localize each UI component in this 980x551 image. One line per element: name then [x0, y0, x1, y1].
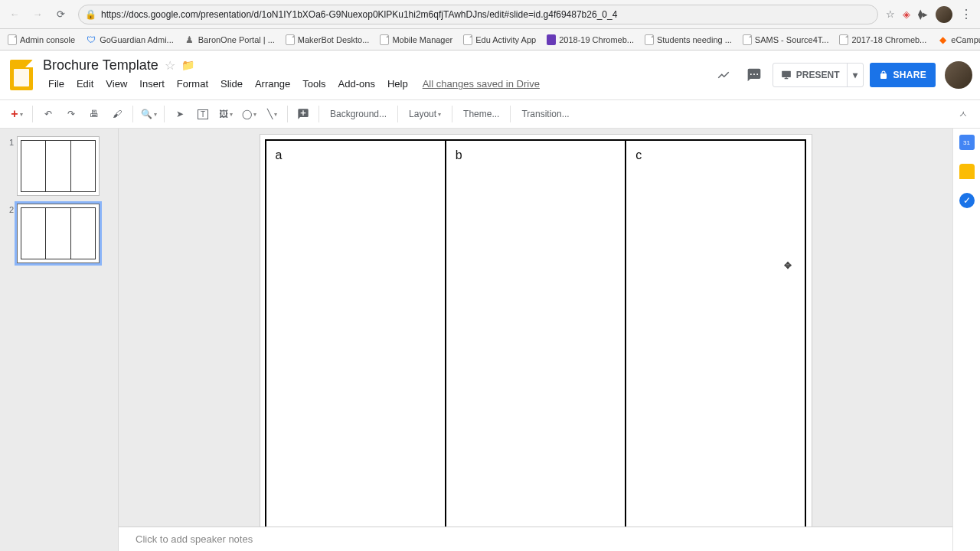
present-button[interactable]: PRESENT ▾: [773, 63, 864, 87]
page-icon: [839, 34, 848, 45]
reload-button[interactable]: ⟳: [51, 5, 70, 24]
new-slide-button[interactable]: +▾: [6, 103, 28, 125]
speaker-notes[interactable]: Click to add speaker notes: [119, 527, 952, 551]
bookmarks-bar: Admin console 🛡GoGuardian Admi... ♟Baron…: [0, 29, 980, 51]
layout-button[interactable]: Layout▾: [403, 103, 447, 125]
present-dropdown-icon[interactable]: ▾: [848, 70, 863, 80]
page-icon: [743, 34, 752, 45]
page-icon: [286, 34, 295, 45]
menu-view[interactable]: View: [100, 77, 132, 91]
thumb-number: 1: [6, 136, 14, 196]
tasks-icon[interactable]: [959, 193, 975, 208]
work-area: 1 2 a b c ✥ Click to add speaker notes: [0, 129, 980, 551]
slide-panel-a[interactable]: a: [265, 139, 445, 546]
print-button[interactable]: 🖶: [83, 103, 105, 125]
star-icon[interactable]: ☆: [165, 58, 175, 73]
comment-button[interactable]: [292, 103, 314, 125]
thumb-number: 2: [6, 204, 14, 263]
select-tool[interactable]: ➤: [169, 103, 191, 125]
shield-icon: 🛡: [86, 34, 96, 45]
image-tool[interactable]: 🖼▾: [215, 103, 237, 125]
chrome-menu-icon[interactable]: ⋮: [960, 7, 972, 21]
bookmark-item[interactable]: Students needing ...: [645, 34, 732, 45]
move-folder-icon[interactable]: 📁: [181, 59, 194, 71]
sheet-icon: [547, 34, 556, 45]
lock-icon: 🔒: [85, 9, 96, 20]
menu-tools[interactable]: Tools: [297, 77, 331, 91]
shape-tool[interactable]: ◯▾: [238, 103, 260, 125]
undo-button[interactable]: ↶: [38, 103, 59, 125]
forward-button[interactable]: →: [28, 5, 47, 24]
back-button[interactable]: ←: [5, 5, 24, 24]
bookmark-item[interactable]: 2017-18 Chromeb...: [839, 34, 926, 45]
account-avatar[interactable]: [945, 61, 972, 89]
menu-addons[interactable]: Add-ons: [333, 77, 381, 91]
thumb-row: 2: [6, 204, 112, 263]
canvas-area[interactable]: a b c ✥ Click to add speaker notes: [119, 129, 952, 551]
bookmark-item[interactable]: 🛡GoGuardian Admi...: [86, 34, 174, 45]
slide-canvas[interactable]: a b c ✥: [260, 135, 812, 551]
page-icon: [645, 34, 654, 45]
theme-button[interactable]: Theme...: [457, 103, 505, 125]
menu-help[interactable]: Help: [382, 77, 413, 91]
slide-panel-b[interactable]: b: [445, 139, 625, 546]
menu-file[interactable]: File: [43, 77, 70, 91]
transition-button[interactable]: Transition...: [515, 103, 575, 125]
background-button[interactable]: Background...: [324, 103, 393, 125]
move-cursor-icon: ✥: [784, 260, 792, 271]
paint-format-button[interactable]: 🖌: [106, 103, 128, 125]
menu-arrange[interactable]: Arrange: [250, 77, 296, 91]
bookmark-item[interactable]: Mobile Manager: [380, 34, 452, 45]
menu-edit[interactable]: Edit: [71, 77, 99, 91]
bookmark-item[interactable]: SAMS - Source4T...: [743, 34, 829, 45]
slide-thumbnail-2[interactable]: [17, 204, 100, 263]
bookmark-item[interactable]: 2018-19 Chromeb...: [547, 34, 634, 45]
menu-format[interactable]: Format: [172, 77, 214, 91]
menu-slide[interactable]: Slide: [215, 77, 248, 91]
slide-thumbnail-1[interactable]: [17, 136, 100, 196]
calendar-icon[interactable]: [959, 135, 975, 150]
baron-icon: ♟: [185, 34, 195, 45]
bookmark-item[interactable]: Edu Activity App: [463, 34, 536, 45]
filmstrip: 1 2: [0, 129, 119, 551]
save-status[interactable]: All changes saved in Drive: [423, 78, 540, 90]
bookmark-item[interactable]: MakerBot Deskto...: [286, 34, 370, 45]
explore-icon[interactable]: [711, 63, 736, 87]
slides-logo[interactable]: [8, 57, 35, 93]
bookmark-item[interactable]: Admin console: [8, 34, 75, 45]
url-text: https://docs.google.com/presentation/d/1…: [101, 9, 617, 20]
comments-icon[interactable]: [742, 63, 766, 87]
ecampus-icon: ◆: [937, 34, 948, 45]
bookmark-item[interactable]: ◆eCampus: Home: [937, 34, 980, 45]
profile-avatar[interactable]: [936, 6, 952, 23]
menu-bar: File Edit View Insert Format Slide Arran…: [43, 77, 704, 91]
app-header: Brochure Template ☆ 📁 File Edit View Ins…: [0, 51, 980, 99]
toolbar: +▾ ↶ ↷ 🖶 🖌 🔍▾ ➤ T 🖼▾ ◯▾ ╲▾ Background...…: [0, 99, 980, 129]
star-icon[interactable]: ☆: [886, 8, 895, 20]
collapse-toolbar-icon[interactable]: ㅅ: [952, 103, 974, 125]
page-icon: [463, 34, 472, 45]
page-icon: [380, 34, 389, 45]
share-button[interactable]: SHARE: [870, 63, 936, 87]
side-panel: [952, 129, 980, 551]
zoom-button[interactable]: 🔍▾: [138, 103, 159, 125]
address-bar[interactable]: 🔒 https://docs.google.com/presentation/d…: [78, 5, 878, 24]
doc-title[interactable]: Brochure Template: [43, 57, 158, 73]
textbox-tool[interactable]: T: [192, 103, 214, 125]
browser-toolbar: ← → ⟳ 🔒 https://docs.google.com/presenta…: [0, 0, 980, 29]
menu-insert[interactable]: Insert: [134, 77, 170, 91]
bookmark-item[interactable]: ♟BaronOne Portal | ...: [185, 34, 275, 45]
line-tool[interactable]: ╲▾: [261, 103, 283, 125]
redo-button[interactable]: ↷: [60, 103, 82, 125]
thumb-row: 1: [6, 136, 112, 196]
extension-icon-2[interactable]: ⧫▸: [918, 8, 928, 20]
slide-panel-c[interactable]: c ✥: [625, 139, 806, 546]
page-icon: [8, 34, 17, 45]
keep-icon[interactable]: [959, 164, 975, 179]
extension-icon[interactable]: ◈: [903, 8, 910, 20]
